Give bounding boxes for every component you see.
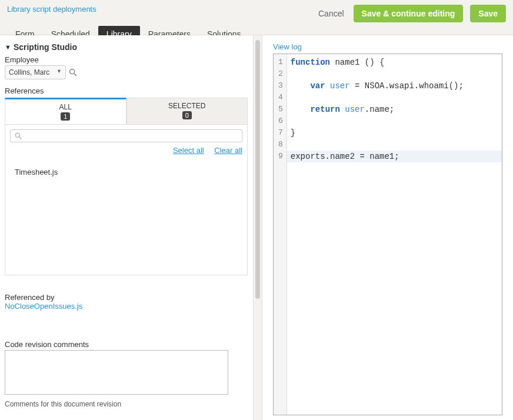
svg-line-1 [74,74,76,76]
right-panel: View log 1 2 3 4 5 6 7 8 9 function name… [262,35,513,420]
line-number: 2 [278,68,283,80]
references-tab-all[interactable]: ALL 1 [5,98,126,124]
code-line[interactable]: exports.name2 = name1; [287,151,502,162]
cancel-button[interactable]: Cancel [316,5,347,22]
line-number: 6 [278,115,283,127]
reference-item[interactable]: Timesheet.js [10,165,242,179]
code-editor[interactable]: 1 2 3 4 5 6 7 8 9 function name1 () { va… [273,54,502,415]
code-line[interactable] [287,139,502,151]
references-label: References [5,86,248,95]
code-line[interactable] [287,115,502,127]
references-tab-selected-label: SELECTED [129,102,245,110]
line-number: 5 [278,104,283,115]
collapse-arrow-icon: ▼ [5,44,11,51]
references-tab-all-count: 1 [61,112,70,121]
code-gutter: 1 2 3 4 5 6 7 8 9 [274,54,287,415]
save-button[interactable]: Save [470,5,506,22]
view-log-link[interactable]: View log [273,42,502,51]
referenced-by-label: Referenced by [5,293,248,302]
referenced-by-link[interactable]: NoCloseOpenIssues.js [5,302,82,311]
line-number: 4 [278,92,283,104]
left-panel: ▼ Scripting Studio Employee Collins, Mar… [0,35,253,420]
references-tab-selected[interactable]: SELECTED 0 [126,98,248,124]
line-number: 3 [278,80,283,92]
svg-line-3 [19,137,22,139]
section-title[interactable]: ▼ Scripting Studio [5,42,248,52]
code-line[interactable]: var user = NSOA.wsapi.whoami(); [287,80,502,92]
search-icon[interactable] [68,68,78,77]
svg-point-0 [70,69,75,74]
employee-select[interactable]: Collins, Marc ▼ [5,65,66,79]
code-lines[interactable]: function name1 () { var user = NSOA.wsap… [287,54,502,415]
svg-point-2 [15,133,19,137]
panel-divider[interactable] [253,35,262,420]
code-line[interactable]: } [287,127,502,139]
code-line[interactable] [287,92,502,104]
header: Library script deployments Cancel Save &… [0,0,513,35]
line-number: 8 [278,139,283,151]
select-all-link[interactable]: Select all [173,146,204,155]
section-title-text: Scripting Studio [14,42,77,52]
code-line[interactable]: function name1 () { [287,56,502,68]
breadcrumb-link[interactable]: Library script deployments [7,5,96,14]
employee-label: Employee [5,55,248,64]
code-line[interactable] [287,68,502,80]
clear-all-link[interactable]: Clear all [214,146,242,155]
save-continue-button[interactable]: Save & continue editing [354,5,464,22]
references-body: Select all Clear all Timesheet.js [5,125,248,275]
employee-select-value: Collins, Marc [9,68,49,76]
references-tab-all-label: ALL [8,103,124,111]
references-search-input[interactable] [25,132,238,140]
line-number: 1 [278,56,283,68]
line-number: 9 [278,151,283,162]
comments-textarea[interactable] [5,350,228,395]
header-actions: Cancel Save & continue editing Save [316,5,506,22]
comments-label: Code revision comments [5,340,248,349]
code-line[interactable]: return user.name; [287,104,502,115]
references-tabs: ALL 1 SELECTED 0 [5,98,248,125]
references-search[interactable] [10,129,242,142]
line-number: 7 [278,127,283,139]
references-tab-selected-count: 0 [182,111,192,119]
comments-hint: Comments for this document revision [5,400,248,408]
